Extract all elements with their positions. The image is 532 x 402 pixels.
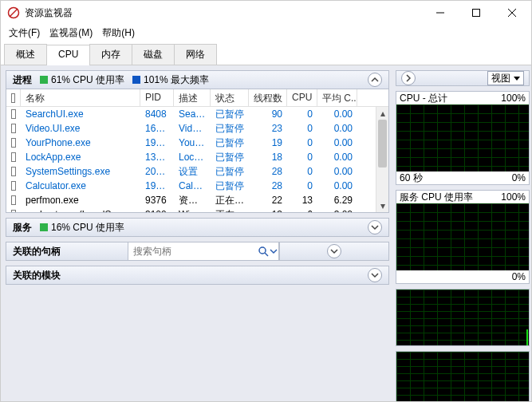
cell-name: YourPhone.exe [21,137,140,148]
chart-services-max: 100% [501,191,526,203]
chart-cpu-total: CPU - 总计 100% 60 秒 0% [396,91,530,185]
table-row[interactable]: SearchUI.exe8408Search...已暂停9000.00 [6,107,388,121]
cell-name: svchost.exe (LocalServiceN... [21,209,140,212]
scroll-down-icon[interactable]: ▾ [376,199,388,212]
processes-table-body: SearchUI.exe8408Search...已暂停9000.00Video… [6,107,388,212]
processes-scrollbar[interactable]: ▴ ▾ [376,107,388,212]
cell-cpu: 0 [287,152,317,163]
tab-network[interactable]: 网络 [174,44,217,65]
minimize-button[interactable] [422,2,458,24]
cell-threads: 19 [249,137,287,148]
row-checkbox[interactable] [6,181,21,191]
cell-name: SearchUI.exe [21,108,140,120]
table-row[interactable]: perfmon.exe9376资源和...正在运行22136.29 [6,193,388,207]
titlebar: 资源监视器 [1,1,531,25]
col-desc[interactable]: 描述 [174,89,211,106]
scroll-thumb[interactable] [378,120,387,168]
cell-pid: 16096 [140,123,174,134]
row-checkbox[interactable] [6,124,21,133]
chart-services-cpu: 服务 CPU 使用率 100% 0% [396,190,530,284]
cell-threads: 28 [249,166,287,177]
menubar: 文件(F) 监视器(M) 帮助(H) [1,25,531,41]
handle-search-input[interactable] [128,243,258,259]
services-cpu-swatch [40,223,48,231]
menu-file[interactable]: 文件(F) [4,26,45,40]
menu-monitor[interactable]: 监视器(M) [45,26,97,40]
cell-cpu: 0 [287,108,317,120]
view-dropdown[interactable]: 视图 [487,71,524,85]
col-name[interactable]: 名称 [21,89,140,106]
charts-collapse-button[interactable] [401,71,416,85]
svg-point-6 [259,247,266,254]
close-button[interactable] [494,2,530,24]
processes-table: 名称 PID 描述 状态 线程数 CPU 平均 C... SearchUI.ex… [6,89,389,213]
cell-cpu: 0 [287,166,317,177]
modules-expand-button[interactable] [368,268,382,282]
row-checkbox[interactable] [6,152,21,162]
table-row[interactable]: Calculator.exe19044Calcul...已暂停2800.00 [6,179,388,193]
tab-cpu[interactable]: CPU [46,45,90,65]
col-pid[interactable]: PID [140,89,174,106]
processes-panel: 进程 61% CPU 使用率 101% 最大频率 名称 [6,70,389,213]
handles-expand-button[interactable] [327,244,341,258]
table-row[interactable]: Video.UI.exe16096Video ...已暂停2300.00 [6,121,388,136]
tab-overview[interactable]: 概述 [4,44,47,65]
svg-line-7 [265,253,268,256]
modules-header[interactable]: 关联的模块 [6,266,389,285]
tab-memory[interactable]: 内存 [89,44,132,65]
chart-extra-2 [396,351,530,401]
cell-pid: 20436 [140,166,174,177]
cell-threads: 28 [249,180,287,191]
services-header[interactable]: 服务 16% CPU 使用率 [6,218,389,237]
cell-desc: Video ... [174,123,211,134]
chart-cpu-total-area [396,104,529,171]
col-cpu[interactable]: CPU [287,89,317,106]
menu-help[interactable]: 帮助(H) [97,26,140,40]
processes-header[interactable]: 进程 61% CPU 使用率 101% 最大频率 [6,70,389,89]
cell-status: 已暂停 [211,151,249,164]
scroll-up-icon[interactable]: ▴ [376,107,388,120]
tab-disk[interactable]: 磁盘 [132,44,175,65]
col-status[interactable]: 状态 [211,89,249,106]
table-row[interactable]: YourPhone.exe19136YourP...已暂停1900.00 [6,136,388,150]
chart-extra-1 [396,289,530,346]
cell-cpu: 0 [287,180,317,191]
handles-header[interactable]: 关联的句柄 [6,242,128,261]
row-checkbox[interactable] [6,167,21,176]
row-checkbox[interactable] [6,210,21,212]
cell-threads: 18 [249,152,287,163]
cell-threads: 90 [249,108,287,120]
table-row[interactable]: LockApp.exe13228LockA...已暂停1800.00 [6,150,388,164]
table-row[interactable]: SystemSettings.exe20436设置已暂停2800.00 [6,164,388,179]
cell-name: LockApp.exe [21,152,140,163]
table-row[interactable]: svchost.exe (LocalServiceN...3100Windo..… [6,207,388,212]
chart-cpu-total-min: 0% [512,172,526,183]
handles-expand[interactable] [279,242,389,261]
chart-cpu-total-label: CPU - 总计 [400,92,447,105]
cell-cpu: 0 [287,123,317,134]
cell-threads: 22 [249,195,287,206]
cell-avg: 0.00 [317,108,357,120]
col-check[interactable] [6,89,21,106]
maximize-button[interactable] [458,2,494,24]
tabbar: 概述 CPU 内存 磁盘 网络 [1,41,531,65]
search-icon[interactable] [258,242,269,260]
svg-marker-8 [514,77,520,81]
cell-cpu: 6 [287,209,317,212]
services-expand-button[interactable] [368,220,382,235]
chart-services-min: 0% [512,271,526,282]
processes-collapse-button[interactable] [368,73,382,87]
handle-search [128,242,279,261]
max-freq-swatch [132,76,140,84]
cpu-usage-text: 61% CPU 使用率 [51,73,124,87]
col-avg[interactable]: 平均 C... [317,89,357,106]
row-checkbox[interactable] [6,195,21,205]
search-dropdown-icon[interactable] [269,242,278,260]
max-freq-text: 101% 最大频率 [144,73,209,87]
cell-status: 已暂停 [211,136,249,150]
col-threads[interactable]: 线程数 [249,89,287,106]
row-checkbox[interactable] [6,109,21,119]
cell-cpu: 0 [287,137,317,148]
cell-status: 已暂停 [211,108,249,121]
row-checkbox[interactable] [6,138,21,148]
